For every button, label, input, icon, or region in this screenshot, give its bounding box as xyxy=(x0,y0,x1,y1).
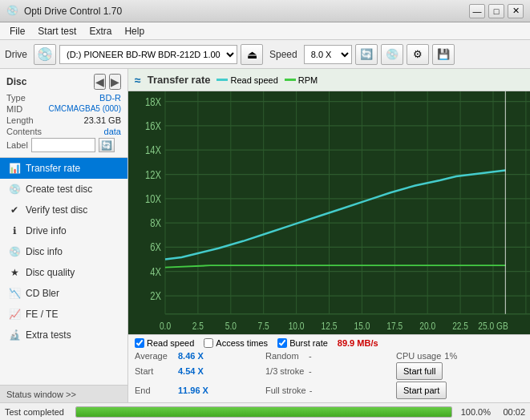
type-val: BD-R xyxy=(99,93,121,103)
disc-prev-button[interactable]: ◀ xyxy=(94,74,106,90)
label-refresh-button[interactable]: 🔄 xyxy=(99,138,115,152)
stats-grid: Average 8.46 X Random - CPU usage 1% Sta… xyxy=(135,351,524,399)
menu-file[interactable]: File xyxy=(3,24,31,38)
random-row: Random - xyxy=(265,351,393,361)
legend-read-label: Read speed xyxy=(230,75,277,85)
legend-rpm: RPM xyxy=(285,75,318,85)
svg-text:12.5: 12.5 xyxy=(322,321,338,331)
nav-create-test-disc[interactable]: 💿 Create test disc xyxy=(0,179,127,200)
drive-info-icon: ℹ xyxy=(8,224,21,237)
settings-button[interactable]: ⚙ xyxy=(407,44,429,65)
start-row: Start 4.54 X xyxy=(135,362,262,380)
chart-header: ≈ Transfer rate Read speed RPM xyxy=(128,69,530,91)
drive-label: Drive xyxy=(5,49,27,60)
svg-text:25.0 GB: 25.0 GB xyxy=(478,321,508,331)
transfer-rate-icon: 📊 xyxy=(8,162,21,175)
cpu-val: 1% xyxy=(444,351,457,361)
window-controls: — □ ✕ xyxy=(469,4,524,18)
chart-svg: 18X 16X 14X 12X 10X 8X 6X 4X 2X 0.0 2.5 … xyxy=(128,91,530,334)
sidebar: Disc ◀ ▶ Type BD-R MID CMCMAGBA5 (000) L… xyxy=(0,69,128,402)
disc-contents-row: Contents data xyxy=(6,127,121,136)
disc-button[interactable]: 💿 xyxy=(381,44,403,65)
menu-help[interactable]: Help xyxy=(118,24,151,38)
nav-verify-test-disc[interactable]: ✔ Verify test disc xyxy=(0,200,127,220)
svg-text:8X: 8X xyxy=(150,217,161,229)
access-times-checkbox[interactable] xyxy=(204,338,213,348)
read-speed-cb-label: Read speed xyxy=(147,338,194,348)
average-val: 8.46 X xyxy=(178,351,204,361)
main-container: Disc ◀ ▶ Type BD-R MID CMCMAGBA5 (000) L… xyxy=(0,69,530,402)
read-speed-checkbox[interactable] xyxy=(135,338,144,348)
svg-text:0.0: 0.0 xyxy=(160,321,171,331)
disc-type-row: Type BD-R xyxy=(6,93,121,103)
save-button[interactable]: 💾 xyxy=(432,44,455,65)
average-row: Average 8.46 X xyxy=(135,351,262,361)
titlebar: 💿 Opti Drive Control 1.70 — □ ✕ xyxy=(0,0,530,22)
label-input[interactable] xyxy=(31,138,95,152)
nav-disc-info[interactable]: 💿 Disc info xyxy=(0,241,127,262)
nav-extra-tests[interactable]: 🔬 Extra tests xyxy=(0,325,127,345)
nav-transfer-rate[interactable]: 📊 Transfer rate xyxy=(0,158,127,179)
legend-read-speed: Read speed xyxy=(216,75,277,85)
mid-key: MID xyxy=(6,104,22,114)
burst-rate-checkbox-item: Burst rate xyxy=(277,338,328,348)
start-full-button[interactable]: Start full xyxy=(396,362,443,380)
status-window-bar[interactable]: Status window >> xyxy=(0,385,127,402)
status-text: Test completed xyxy=(5,407,69,417)
speed-select[interactable]: 8.0 X xyxy=(304,45,352,64)
menu-extra[interactable]: Extra xyxy=(83,24,118,38)
eject-button[interactable]: ⏏ xyxy=(241,44,263,65)
nav-drive-info[interactable]: ℹ Drive info xyxy=(0,220,127,241)
close-button[interactable]: ✕ xyxy=(508,4,524,18)
progress-text: 100.0% xyxy=(459,407,491,417)
disc-next-button[interactable]: ▶ xyxy=(109,74,121,90)
svg-text:2X: 2X xyxy=(150,290,161,302)
svg-text:6X: 6X xyxy=(150,241,161,253)
svg-text:22.5: 22.5 xyxy=(452,321,468,331)
svg-text:5.0: 5.0 xyxy=(225,321,237,331)
drive-select[interactable]: (D:) PIONEER BD-RW BDR-212D 1.00 xyxy=(59,45,237,64)
svg-text:4X: 4X xyxy=(150,266,161,278)
disc-label-row: Label 🔄 xyxy=(6,138,121,152)
cd-bler-icon: 📉 xyxy=(8,287,21,300)
nav-items: 📊 Transfer rate 💿 Create test disc ✔ Ver… xyxy=(0,158,127,385)
nav-fe-te[interactable]: 📈 FE / TE xyxy=(0,304,127,325)
chart-icon: ≈ xyxy=(135,74,141,87)
toolbar: Drive 💿 (D:) PIONEER BD-RW BDR-212D 1.00… xyxy=(0,40,530,69)
maximize-button[interactable]: □ xyxy=(488,4,504,18)
disc-mid-row: MID CMCMAGBA5 (000) xyxy=(6,104,121,114)
access-times-cb-label: Access times xyxy=(216,338,268,348)
time-text: 00:02 xyxy=(497,407,525,417)
start-label: Start xyxy=(135,366,175,376)
burst-rate-checkbox[interactable] xyxy=(277,338,287,348)
svg-text:20.0: 20.0 xyxy=(419,321,435,331)
disc-section-label: Disc xyxy=(6,76,26,87)
svg-text:10X: 10X xyxy=(145,193,162,205)
random-val: - xyxy=(309,351,312,361)
stroke1-val: - xyxy=(309,366,312,376)
app-icon: 💿 xyxy=(6,5,19,18)
stroke1-row: 1/3 stroke - xyxy=(265,362,393,380)
nav-disc-quality[interactable]: ★ Disc quality xyxy=(0,262,127,283)
start-part-button[interactable]: Start part xyxy=(396,382,447,399)
checkboxes-row: Read speed Access times Burst rate 89.9 … xyxy=(135,338,524,348)
chart-footer: Read speed Access times Burst rate 89.9 … xyxy=(128,334,530,402)
svg-text:16X: 16X xyxy=(145,120,162,132)
start-part-row: Start part xyxy=(396,382,524,399)
label-key: Label xyxy=(6,140,28,150)
legend-rpm-label: RPM xyxy=(298,75,318,85)
contents-key: Contents xyxy=(6,127,42,136)
minimize-button[interactable]: — xyxy=(469,4,485,18)
drive-icon-button[interactable]: 💿 xyxy=(34,44,56,65)
nav-cd-bler[interactable]: 📉 CD Bler xyxy=(0,283,127,304)
start-val: 4.54 X xyxy=(178,366,204,376)
svg-text:15.0: 15.0 xyxy=(354,321,370,331)
svg-text:7.5: 7.5 xyxy=(258,321,269,331)
read-speed-checkbox-item: Read speed xyxy=(135,338,194,348)
end-row: End 11.96 X xyxy=(135,382,262,399)
menu-start-test[interactable]: Start test xyxy=(31,24,83,38)
disc-quality-icon: ★ xyxy=(8,266,21,279)
end-label: End xyxy=(135,386,175,395)
cpu-row: CPU usage 1% xyxy=(396,351,524,361)
refresh-button[interactable]: 🔄 xyxy=(355,44,378,65)
